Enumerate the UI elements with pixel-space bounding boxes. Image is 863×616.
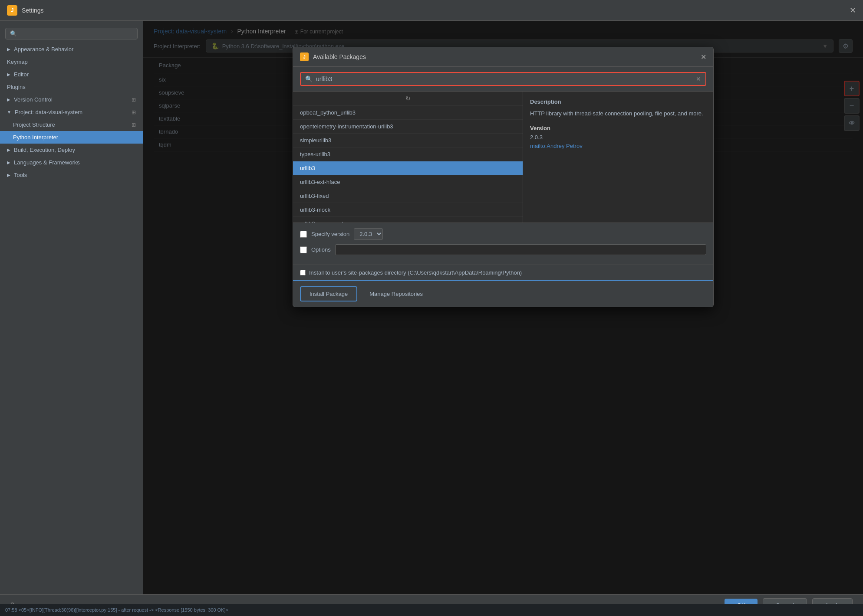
sidebar-item-appearance[interactable]: ▶ Appearance & Behavior (0, 43, 143, 56)
modal-app-icon: J (300, 52, 309, 61)
arrow-icon: ▶ (7, 147, 10, 152)
modal-overlay: J Available Packages ✕ 🔍 ✕ (143, 21, 863, 594)
options-section: Specify version 2.0.3 Options (293, 223, 713, 265)
refresh-icon: ↻ (405, 95, 411, 102)
options-input[interactable] (335, 244, 706, 255)
options-row: Options (300, 244, 706, 255)
description-panel: Description HTTP library with thread-saf… (523, 92, 713, 223)
content-area: Project: data-visual-system › Python Int… (143, 21, 863, 594)
specify-version-row: Specify version 2.0.3 (300, 228, 706, 240)
package-list: ↻ opbeat_python_urllib3opentelemetry-ins… (293, 92, 523, 223)
sidebar: ▶ Appearance & Behavior Keymap ▶ Editor … (0, 21, 143, 594)
sidebar-item-project[interactable]: ▼ Project: data-visual-system ⊞ (0, 106, 143, 118)
sidebar-item-python-interpreter[interactable]: Python Interpreter (0, 131, 143, 144)
sidebar-item-tools[interactable]: ▶ Tools (0, 169, 143, 181)
options-label: Options (311, 246, 331, 253)
sidebar-item-languages[interactable]: ▶ Languages & Frameworks (0, 156, 143, 169)
list-item[interactable]: opentelemetry-instrumentation-urllib3 (293, 120, 523, 134)
refresh-button[interactable]: ↻ (293, 92, 523, 106)
modal-close-icon[interactable]: ✕ (701, 53, 706, 61)
search-icon: 🔍 (305, 75, 313, 82)
clear-search-icon[interactable]: ✕ (696, 75, 701, 82)
title-bar: J Settings ✕ (0, 0, 863, 21)
sidebar-item-project-structure[interactable]: Project Structure ⊞ (0, 118, 143, 131)
vcs-icon: ⊞ (132, 97, 136, 103)
main-layout: ▶ Appearance & Behavior Keymap ▶ Editor … (0, 21, 863, 594)
package-search-input[interactable] (316, 75, 692, 82)
description-title: Description (530, 98, 706, 105)
site-packages-label: Install to user's site-packages director… (309, 269, 522, 276)
sidebar-item-plugins[interactable]: Plugins (0, 81, 143, 93)
close-icon[interactable]: ✕ (850, 6, 856, 15)
version-number: 2.0.3 (530, 134, 706, 141)
arrow-icon: ▼ (7, 110, 11, 115)
sidebar-item-label: Tools (14, 172, 27, 178)
sidebar-search-container (0, 24, 143, 43)
modal-search-box: 🔍 ✕ (300, 72, 706, 86)
modal-body: ↻ opbeat_python_urllib3opentelemetry-ins… (293, 92, 713, 223)
arrow-icon: ▶ (7, 97, 10, 102)
structure-icon: ⊞ (132, 122, 136, 128)
available-packages-modal: J Available Packages ✕ 🔍 ✕ (293, 47, 714, 307)
site-packages-row: Install to user's site-packages director… (293, 265, 713, 280)
sidebar-item-label: Keymap (7, 59, 28, 65)
app-icon: J (7, 5, 17, 16)
install-package-button[interactable]: Install Package (300, 286, 357, 301)
sidebar-item-version-control[interactable]: ▶ Version Control ⊞ (0, 93, 143, 106)
sidebar-search-input[interactable] (5, 28, 138, 39)
arrow-icon: ▶ (7, 47, 10, 52)
sidebar-item-label: Python Interpreter (13, 134, 58, 141)
sidebar-item-label: Languages & Frameworks (14, 159, 80, 166)
list-item[interactable]: urllib3-ext-hface (293, 175, 523, 189)
status-bar: 07:58 <05>[INFO][Thread:30(96)][intercep… (0, 604, 863, 616)
modal-footer: Install Package Manage Repositories (293, 280, 713, 307)
list-item[interactable]: urllib3-secure-extra (293, 217, 523, 223)
manage-repositories-button[interactable]: Manage Repositories (362, 287, 430, 301)
sidebar-item-label: Appearance & Behavior (14, 46, 73, 52)
version-label: Version (530, 125, 706, 131)
modal-search-row: 🔍 ✕ (293, 67, 713, 92)
status-text: 07:58 <05>[INFO][Thread:30(96)][intercep… (5, 607, 228, 613)
site-packages-checkbox[interactable] (300, 270, 306, 275)
sidebar-item-keymap[interactable]: Keymap (0, 56, 143, 68)
specify-version-checkbox[interactable] (300, 231, 307, 238)
modal-title: Available Packages (313, 53, 366, 60)
list-item[interactable]: urllib3 (293, 161, 523, 175)
arrow-icon: ▶ (7, 173, 10, 177)
sidebar-item-label: Project: data-visual-system (15, 109, 82, 115)
sidebar-item-label: Editor (14, 71, 29, 78)
sidebar-item-build[interactable]: ▶ Build, Execution, Deploy (0, 144, 143, 156)
modal-title-bar: J Available Packages ✕ (293, 47, 713, 67)
list-item[interactable]: types-urllib3 (293, 147, 523, 161)
arrow-icon: ▶ (7, 160, 10, 165)
list-item[interactable]: opbeat_python_urllib3 (293, 106, 523, 120)
sidebar-item-label: Plugins (7, 84, 26, 90)
list-item[interactable]: urllib3-fixed (293, 189, 523, 203)
arrow-icon: ▶ (7, 72, 10, 77)
sidebar-item-label: Project Structure (13, 121, 55, 128)
list-item[interactable]: simpleurllib3 (293, 134, 523, 147)
list-item[interactable]: urllib3-mock (293, 203, 523, 217)
sidebar-item-label: Version Control (14, 96, 53, 103)
options-checkbox[interactable] (300, 246, 307, 253)
window-title: Settings (22, 7, 44, 14)
author-link[interactable]: mailto:Andrey Petrov (530, 143, 583, 149)
version-dropdown[interactable]: 2.0.3 (354, 228, 383, 240)
project-icon: ⊞ (132, 109, 136, 115)
specify-version-label: Specify version (311, 231, 349, 237)
description-text: HTTP library with thread-safe connection… (530, 109, 706, 118)
sidebar-item-label: Build, Execution, Deploy (14, 147, 75, 153)
sidebar-item-editor[interactable]: ▶ Editor (0, 68, 143, 81)
